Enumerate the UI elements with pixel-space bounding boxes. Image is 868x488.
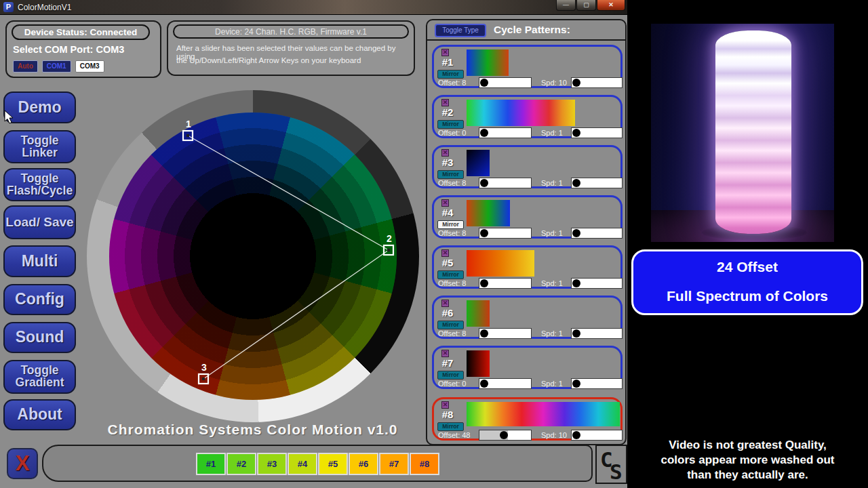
pattern-4-speed-slider[interactable]	[571, 228, 623, 239]
pattern-3-speed-label: Spd: 1	[541, 179, 563, 187]
pattern-6-offset-slider[interactable]	[479, 328, 532, 339]
exit-button[interactable]: X	[7, 448, 38, 479]
pattern-5-offset-slider[interactable]	[479, 278, 532, 289]
marker-2[interactable]: 2	[384, 233, 393, 255]
pattern-2-preview	[467, 100, 575, 126]
pattern-1-mirror-button[interactable]: Mirror	[437, 70, 464, 79]
port-com3-button[interactable]: COM3	[75, 60, 104, 73]
slider-thumb[interactable]	[572, 431, 580, 439]
pattern-1-id: #1	[434, 56, 461, 68]
pattern-7-mirror-button[interactable]: Mirror	[437, 371, 464, 380]
config-button[interactable]: Config	[3, 284, 76, 315]
port-auto-button[interactable]: Auto	[13, 60, 38, 73]
marker-overlay: 1 2 3	[87, 90, 419, 422]
pattern-3-mirror-button[interactable]: Mirror	[437, 170, 464, 179]
pattern-row-7[interactable]: ✕ #7 Mirror Offset: 0 Spd: 1	[432, 346, 623, 389]
slider-thumb[interactable]	[480, 129, 488, 137]
pattern-8-offset-label: Offset: 48	[438, 431, 471, 439]
pattern-row-5[interactable]: ✕ #5 Mirror Offset: 8 Spd: 1	[432, 245, 623, 289]
pattern-2-speed-label: Spd: 1	[541, 129, 563, 137]
pattern-row-6[interactable]: ✕ #6 Mirror Offset: 8 Spd: 1	[432, 296, 623, 339]
slider-thumb[interactable]	[572, 380, 580, 388]
pattern-8-mirror-button[interactable]: Mirror	[437, 422, 464, 431]
pattern-8-speed-slider[interactable]	[571, 430, 623, 441]
sound-button[interactable]: Sound	[3, 322, 76, 353]
pattern-8-preview	[467, 402, 620, 426]
load-save-button[interactable]: Load/ Save	[3, 205, 76, 239]
slider-thumb[interactable]	[572, 179, 580, 187]
quick-pattern-1-button[interactable]: #1	[196, 453, 226, 475]
led-tube-photo	[651, 24, 834, 242]
select-com-port-label: Select COM Port: COM3	[13, 44, 124, 55]
slider-thumb[interactable]	[480, 179, 488, 187]
pattern-3-offset-slider[interactable]	[479, 178, 532, 188]
pattern-2-mirror-button[interactable]: Mirror	[437, 120, 464, 129]
pattern-row-4[interactable]: ✕ #4 Mirror Offset: 8 Spd: 1	[432, 195, 623, 239]
pattern-1-speed-slider[interactable]	[571, 77, 623, 88]
marker-3[interactable]: 3	[199, 362, 208, 384]
pattern-6-mirror-button[interactable]: Mirror	[437, 321, 464, 329]
pattern-1-speed-label: Spd: 10	[541, 79, 567, 87]
pattern-1-offset-slider[interactable]	[479, 77, 532, 88]
pattern-2-offset-slider[interactable]	[479, 127, 532, 138]
pattern-row-8-selected[interactable]: ✕ #8 Mirror Offset: 48 Spd: 10	[432, 397, 623, 441]
pattern-7-speed-slider[interactable]	[571, 378, 623, 389]
pattern-4-mirror-button[interactable]: Mirror	[437, 220, 464, 229]
title-bar[interactable]: P ColorMotionV1 — ▢ ✕	[0, 0, 627, 15]
pattern-5-checkbox[interactable]: ✕	[441, 249, 449, 257]
slider-thumb[interactable]	[480, 279, 488, 287]
quick-pattern-6-button[interactable]: #6	[349, 453, 378, 475]
pattern-8-offset-slider[interactable]	[479, 430, 532, 441]
pattern-5-mirror-button[interactable]: Mirror	[437, 270, 464, 279]
multi-button[interactable]: Multi	[3, 245, 76, 277]
about-button[interactable]: About	[3, 399, 76, 430]
toggle-flash-cycle-button[interactable]: Toggle Flash/Cycle	[3, 168, 76, 201]
pattern-1-checkbox[interactable]: ✕	[441, 49, 449, 56]
minimize-button[interactable]: —	[556, 0, 576, 11]
port-com1-button[interactable]: COM1	[42, 60, 71, 73]
pattern-3-checkbox[interactable]: ✕	[441, 149, 449, 157]
pattern-7-checkbox[interactable]: ✕	[441, 350, 449, 357]
pattern-2-speed-slider[interactable]	[571, 127, 623, 138]
pattern-row-1[interactable]: ✕ #1 Mirror Offset: 8 Spd: 10	[432, 45, 623, 88]
pattern-row-3[interactable]: ✕ #3 Mirror Offset: 8 Spd: 1	[432, 145, 623, 188]
slider-thumb[interactable]	[480, 380, 488, 388]
quick-pattern-7-button[interactable]: #7	[379, 453, 409, 475]
maximize-button[interactable]: ▢	[576, 0, 596, 11]
pattern-5-speed-label: Spd: 1	[541, 279, 563, 287]
slider-thumb[interactable]	[572, 229, 580, 237]
slider-thumb[interactable]	[572, 279, 580, 287]
toggle-type-button[interactable]: Toggle Type	[435, 24, 486, 37]
pattern-6-speed-slider[interactable]	[571, 328, 623, 339]
slider-thumb[interactable]	[572, 79, 580, 87]
pattern-2-checkbox[interactable]: ✕	[441, 99, 449, 106]
color-wheel[interactable]: 1 2 3	[87, 90, 419, 422]
pattern-4-checkbox[interactable]: ✕	[441, 199, 449, 207]
quick-pattern-3-button[interactable]: #3	[257, 453, 287, 475]
slider-thumb[interactable]	[480, 229, 488, 237]
slider-thumb[interactable]	[572, 129, 580, 137]
toggle-linker-button[interactable]: Toggle Linker	[3, 130, 76, 163]
pattern-7-preview	[467, 350, 490, 377]
pattern-7-offset-slider[interactable]	[479, 378, 532, 389]
caption-line-1: Video is not greatest Quality,	[627, 438, 868, 453]
close-button[interactable]: ✕	[597, 0, 625, 11]
pattern-row-2[interactable]: ✕ #2 Mirror Offset: 0 Spd: 1	[432, 95, 623, 138]
quick-pattern-8-button[interactable]: #8	[410, 453, 439, 475]
slider-thumb[interactable]	[480, 79, 488, 87]
toggle-gradient-button[interactable]: Toggle Gradient	[3, 360, 76, 394]
pattern-6-preview	[467, 300, 490, 327]
pattern-4-offset-slider[interactable]	[479, 228, 532, 239]
pattern-5-speed-slider[interactable]	[571, 278, 623, 289]
slider-thumb[interactable]	[572, 329, 580, 338]
quick-pattern-5-button[interactable]: #5	[318, 453, 348, 475]
pattern-3-speed-slider[interactable]	[571, 178, 623, 188]
pattern-8-checkbox[interactable]: ✕	[441, 401, 449, 409]
slider-thumb[interactable]	[500, 431, 508, 439]
quick-pattern-4-button[interactable]: #4	[288, 453, 317, 475]
quick-pattern-2-button[interactable]: #2	[226, 453, 256, 475]
pattern-6-checkbox[interactable]: ✕	[441, 300, 449, 307]
pattern-6-id: #6	[434, 307, 461, 319]
pattern-5-id: #5	[434, 257, 461, 268]
slider-thumb[interactable]	[480, 329, 488, 338]
